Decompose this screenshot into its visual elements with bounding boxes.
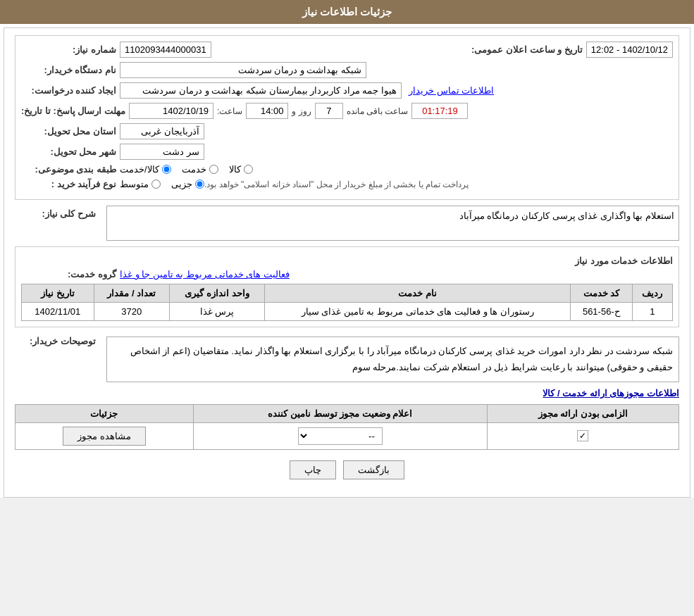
th-permit-required: الزامی بودن ارائه مجوز bbox=[487, 404, 678, 422]
buyer-org-value: شبکه بهداشت و درمان سردشت bbox=[120, 62, 366, 78]
purchase-type-note: پرداخت تمام یا بخشی از مبلغ خریدار از مح… bbox=[204, 180, 469, 189]
delivery-province-label: استان محل تحویل: bbox=[21, 126, 120, 137]
deadline-days-label: روز و bbox=[292, 106, 311, 116]
print-button[interactable]: چاپ bbox=[290, 460, 336, 479]
buyer-notes-section: توصیحات خریدار: شبکه سردشت در نظر دارد ا… bbox=[15, 333, 679, 382]
contact-link[interactable]: اطلاعات تماس خریدار bbox=[409, 85, 494, 96]
permit-required-checkbox[interactable] bbox=[577, 430, 588, 441]
need-number-value: 1102093444000031 bbox=[120, 42, 211, 58]
buyer-notes-label: توصیحات خریدار: bbox=[15, 333, 99, 346]
page-container: جزئیات اطلاعات نیاز شماره نیاز: 11020934… bbox=[0, 0, 694, 498]
cell-unit: پرس غذا bbox=[169, 303, 264, 321]
category-radio-group: کالا/خدمت خدمت کالا bbox=[120, 164, 253, 175]
permit-row: -- مشاهده مجوز bbox=[16, 422, 679, 449]
view-permit-button[interactable]: مشاهده مجوز bbox=[63, 427, 146, 446]
permit-status-select[interactable]: -- bbox=[298, 427, 383, 445]
announce-date-label: تاریخ و ساعت اعلان عمومی: bbox=[471, 44, 586, 55]
deadline-remaining: 01:17:19 bbox=[411, 103, 468, 119]
category-radio-goods-service[interactable] bbox=[162, 165, 171, 174]
delivery-city-label: شهر محل تحویل: bbox=[21, 146, 120, 157]
need-number-label: شماره نیاز: bbox=[21, 44, 120, 55]
table-row: 1 ح-56-561 رستوران ها و فعالیت های خدمات… bbox=[22, 303, 673, 321]
deadline-remaining-label: ساعت باقی مانده bbox=[347, 106, 409, 116]
row-requester: ایجاد کننده درخواست: هیوا جمه مراد کاربر… bbox=[21, 82, 673, 99]
service-group-label: گروه خدمت: bbox=[21, 269, 120, 279]
cell-quantity: 3720 bbox=[94, 303, 169, 321]
deadline-days: 7 bbox=[315, 103, 343, 119]
announce-date-value: 1402/10/12 - 12:02 bbox=[586, 42, 673, 58]
buyer-notes-text: شبکه سردشت در نظر دارد امورات خرید غذای … bbox=[106, 337, 679, 382]
purchase-type-medium-radio[interactable] bbox=[151, 180, 161, 189]
category-radio-service[interactable] bbox=[209, 165, 218, 174]
purchase-type-minor-label: جزیی bbox=[171, 179, 192, 189]
permits-section-title[interactable]: اطلاعات مجوزهای ارائه خدمت / کالا bbox=[15, 388, 679, 398]
service-group-row: گروه خدمت: فعالیت های خدماتی مربوط به تا… bbox=[21, 269, 673, 279]
purchase-type-radio-group: متوسط جزیی bbox=[120, 179, 204, 189]
purchase-type-label: نوع فرآیند خرید : bbox=[21, 179, 120, 189]
cell-row-num: 1 bbox=[632, 303, 673, 321]
row-deadline: مهلت ارسال پاسخ: تا تاریخ: 1402/10/19 سا… bbox=[21, 103, 673, 119]
services-table: ردیف کد خدمت نام خدمت واحد اندازه گیری ت… bbox=[21, 284, 673, 321]
delivery-province-value: آذربایجان غربی bbox=[120, 123, 204, 139]
row-province: استان محل تحویل: آذربایجان غربی bbox=[21, 123, 673, 139]
permits-table: الزامی بودن ارائه مجوز اعلام وضعیت مجوز … bbox=[15, 404, 679, 450]
permit-status-cell: -- bbox=[193, 422, 487, 449]
main-content: شماره نیاز: 1102093444000031 تاریخ و ساع… bbox=[4, 27, 690, 498]
row-city: شهر محل تحویل: سر دشت bbox=[21, 144, 673, 160]
row-purchase-type: نوع فرآیند خرید : متوسط جزیی پرداخت تمام… bbox=[21, 179, 673, 189]
deadline-time: 14:00 bbox=[246, 103, 288, 119]
description-text: استعلام بها واگذاری غذای پرسی کارکنان در… bbox=[106, 206, 679, 241]
cell-service-name: رستوران ها و فعالیت های خدماتی مربوط به … bbox=[265, 303, 571, 321]
category-option-label-goods-service: کالا/خدمت bbox=[120, 164, 159, 175]
purchase-type-medium-label: متوسط bbox=[120, 179, 149, 189]
deadline-time-label: ساعت: bbox=[217, 106, 242, 116]
buyer-org-label: نام دستگاه خریدار: bbox=[21, 65, 120, 75]
category-option-goods-service[interactable]: کالا/خدمت bbox=[120, 164, 171, 175]
purchase-type-minor[interactable]: جزیی bbox=[171, 179, 204, 189]
th-service-name: نام خدمت bbox=[265, 284, 571, 303]
purchase-type-medium[interactable]: متوسط bbox=[120, 179, 161, 189]
services-title: اطلاعات خدمات مورد نیاز bbox=[21, 253, 673, 269]
info-section: شماره نیاز: 1102093444000031 تاریخ و ساع… bbox=[15, 35, 679, 200]
category-option-goods[interactable]: کالا bbox=[229, 164, 253, 175]
description-label: شرح کلی نیاز: bbox=[15, 206, 99, 219]
category-radio-goods[interactable] bbox=[244, 165, 253, 174]
permits-section: الزامی بودن ارائه مجوز اعلام وضعیت مجوز … bbox=[15, 404, 679, 450]
row-buyer-org: نام دستگاه خریدار: شبکه بهداشت و درمان س… bbox=[21, 62, 673, 78]
requester-label: ایجاد کننده درخواست: bbox=[21, 85, 120, 96]
cell-date: 1402/11/01 bbox=[22, 303, 94, 321]
back-button[interactable]: بازگشت bbox=[343, 460, 404, 479]
delivery-city-value: سر دشت bbox=[120, 144, 204, 160]
requester-value: هیوا جمه مراد کاربردار بیمارستان شبکه به… bbox=[120, 82, 402, 99]
action-buttons: بازگشت چاپ bbox=[15, 460, 679, 479]
category-option-label-service: خدمت bbox=[182, 164, 206, 175]
th-row-num: ردیف bbox=[632, 284, 673, 303]
th-unit: واحد اندازه گیری bbox=[169, 284, 264, 303]
deadline-date: 1402/10/19 bbox=[129, 103, 213, 119]
th-permit-details: جزئیات bbox=[16, 404, 194, 422]
description-section: شرح کلی نیاز: استعلام بها واگذاری غذای پ… bbox=[15, 206, 679, 241]
th-quantity: تعداد / مقدار bbox=[94, 284, 169, 303]
category-label: طبقه بندی موضوعی: bbox=[21, 164, 120, 175]
permit-details-cell: مشاهده مجوز bbox=[16, 422, 194, 449]
service-group-link[interactable]: فعالیت های خدماتی مربوط به تامین جا و غذ… bbox=[120, 269, 290, 279]
reply-deadline-label: مهلت ارسال پاسخ: تا تاریخ: bbox=[21, 106, 129, 116]
th-permit-status: اعلام وضعیت مجوز توسط نامین کننده bbox=[193, 404, 487, 422]
purchase-type-minor-radio[interactable] bbox=[195, 180, 204, 189]
row-need-number: شماره نیاز: 1102093444000031 تاریخ و ساع… bbox=[21, 42, 673, 58]
category-option-label-goods: کالا bbox=[229, 164, 241, 175]
services-section: اطلاعات خدمات مورد نیاز گروه خدمت: فعالی… bbox=[15, 246, 679, 327]
th-date: تاریخ نیاز bbox=[22, 284, 94, 303]
page-title: جزئیات اطلاعات نیاز bbox=[302, 6, 392, 18]
page-header: جزئیات اطلاعات نیاز bbox=[0, 0, 694, 24]
permit-required-cell bbox=[487, 422, 678, 449]
cell-service-code: ح-56-561 bbox=[571, 303, 632, 321]
th-service-code: کد خدمت bbox=[571, 284, 632, 303]
category-option-service[interactable]: خدمت bbox=[182, 164, 218, 175]
row-category: طبقه بندی موضوعی: کالا/خدمت خدمت کالا bbox=[21, 164, 673, 175]
